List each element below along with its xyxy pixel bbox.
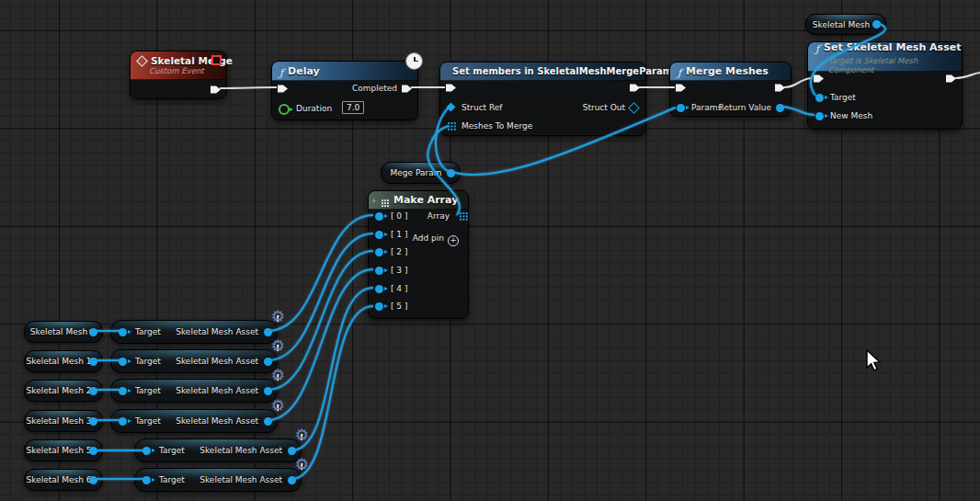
target-label: Target <box>135 357 161 366</box>
node-set-members[interactable]: Set members in SkeletalMeshMergeParams S… <box>439 62 646 136</box>
node-title: Make Array <box>393 194 458 206</box>
add-pin-label: Add pin <box>413 233 444 243</box>
array-input-2-pin[interactable] <box>375 248 383 256</box>
target-label: Target <box>135 327 161 336</box>
add-pin-row[interactable]: Add pin+ <box>413 233 459 246</box>
delegate-pin[interactable] <box>211 55 222 65</box>
target-pin[interactable] <box>815 94 824 102</box>
custom-event-icon <box>136 55 148 67</box>
exec-in-pin[interactable] <box>676 83 686 93</box>
exec-completed-pin[interactable] <box>402 84 412 94</box>
getter-skeletal-mesh-asset-1[interactable]: ! Target Skeletal Mesh Asset <box>110 349 278 373</box>
var-label: Skeletal Mesh <box>30 327 87 336</box>
node-subtitle: Target is Skeletal Mesh Component <box>828 56 954 74</box>
var-label: Skeletal Mesh 3 <box>27 416 92 426</box>
array-input-5-pin[interactable] <box>375 302 383 311</box>
target-label: Target <box>135 416 161 426</box>
make-array-grid-icon <box>382 199 383 201</box>
meshes-to-merge-pin[interactable] <box>448 122 450 124</box>
gear-alert-icon: ! <box>295 427 309 443</box>
output-pin[interactable] <box>264 358 272 366</box>
getter-skeletal-mesh-asset-3[interactable]: ! Target Skeletal Mesh Asset <box>110 409 278 433</box>
duration-pin[interactable] <box>279 104 290 115</box>
gear-alert-icon: ! <box>271 398 285 414</box>
array-input-4-label: [ 4 ] <box>391 284 407 293</box>
node-skeletal-merge-event[interactable]: Skeletal Merge Custom Event <box>130 51 227 99</box>
array-input-1-label: [ 1 ] <box>391 230 407 239</box>
getter-skeletal-mesh-asset-4[interactable]: ! Target Skeletal Mesh Asset <box>134 438 302 462</box>
gear-alert-icon: ! <box>271 338 285 354</box>
new-mesh-pin[interactable] <box>815 112 824 120</box>
node-make-array[interactable]: › Make Array [ 0 ] [ 1 ] [ 2 ] [ 3 ] [ 4… <box>368 190 469 319</box>
array-input-5-label: [ 5 ] <box>391 302 407 311</box>
duration-pin-label: Duration <box>296 104 332 113</box>
struct-out-label: Struct Out <box>583 103 625 112</box>
node-title: Delay <box>288 65 320 77</box>
array-input-4-pin[interactable] <box>375 285 383 293</box>
node-subtitle: Custom Event <box>149 66 204 75</box>
struct-ref-label: Struct Ref <box>462 103 503 112</box>
params-label: Params <box>691 103 722 112</box>
exec-in-pin[interactable] <box>446 83 456 93</box>
output-label: Skeletal Mesh Asset <box>176 327 258 336</box>
return-value-label: Return Value <box>719 103 771 112</box>
make-array-chevron-icon: › <box>372 196 376 205</box>
add-pin-icon[interactable]: + <box>448 235 459 246</box>
getter-skeletal-mesh-asset-2[interactable]: ! Target Skeletal Mesh Asset <box>110 379 278 403</box>
target-label: Target <box>159 475 185 484</box>
getter-skeletal-mesh-asset-0[interactable]: ! Target Skeletal Mesh Asset <box>110 320 278 344</box>
exec-out-pin[interactable] <box>946 74 956 84</box>
node-header: Skeletal Merge Custom Event <box>131 51 226 80</box>
exec-in-pin[interactable] <box>278 84 288 94</box>
output-pin[interactable] <box>288 476 296 484</box>
return-value-pin[interactable] <box>776 104 784 112</box>
struct-out-pin[interactable] <box>628 102 640 114</box>
gear-alert-icon: ! <box>271 309 285 325</box>
wire-exec-event-to-delay[interactable] <box>220 87 277 88</box>
array-output-label: Array <box>427 211 450 221</box>
blueprint-graph-canvas[interactable]: Skeletal Merge Custom Event Delay Comple… <box>0 0 980 501</box>
array-input-3-pin[interactable] <box>375 267 383 275</box>
node-delay[interactable]: Delay Completed Duration 7.0 <box>271 61 418 120</box>
target-label: Target <box>159 446 185 455</box>
getter-skeletal-mesh-asset-5[interactable]: ! Target Skeletal Mesh Asset <box>134 468 302 492</box>
var-label: Skeletal Mesh 5 <box>27 446 92 455</box>
completed-pin-label: Completed <box>352 84 397 93</box>
var-node-mege-param[interactable]: Mege Param <box>381 162 461 184</box>
node-title: Merge Meshes <box>686 65 769 77</box>
output-pin[interactable] <box>264 417 272 426</box>
var-label: Skeletal Mesh 2 <box>27 386 92 395</box>
function-icon <box>815 39 819 56</box>
new-mesh-label: New Mesh <box>830 111 872 120</box>
output-pin[interactable] <box>264 387 272 395</box>
duration-value-input[interactable]: 7.0 <box>342 101 364 114</box>
gear-alert-icon: ! <box>271 368 285 383</box>
var-label: Skeletal Mesh <box>813 20 870 29</box>
array-input-1-pin[interactable] <box>375 231 383 239</box>
target-label: Target <box>830 93 856 102</box>
var-label: Skeletal Mesh 6 <box>27 475 92 484</box>
mouse-cursor <box>865 349 883 373</box>
meshes-to-merge-label: Meshes To Merge <box>462 121 532 131</box>
output-label: Skeletal Mesh Asset <box>176 416 258 426</box>
output-label: Skeletal Mesh Asset <box>199 446 282 455</box>
array-input-0-pin[interactable] <box>375 212 383 221</box>
exec-out-pin[interactable] <box>630 83 640 93</box>
array-input-0-label: [ 0 ] <box>391 211 407 221</box>
params-pin[interactable] <box>677 104 685 112</box>
array-output-pin[interactable] <box>460 212 462 214</box>
exec-out-pin[interactable] <box>775 83 785 93</box>
output-pin[interactable] <box>264 328 272 336</box>
node-title: Set members in SkeletalMeshMergeParams <box>452 66 678 76</box>
function-icon <box>279 63 283 80</box>
exec-out-pin[interactable] <box>211 85 221 95</box>
node-merge-meshes[interactable]: Merge Meshes Params Return Value <box>669 62 792 117</box>
target-label: Target <box>135 386 161 395</box>
var-node-skeletal-mesh-top[interactable]: Skeletal Mesh <box>805 14 886 35</box>
array-input-3-label: [ 3 ] <box>391 266 407 275</box>
latent-clock-icon <box>405 52 423 70</box>
node-set-skeletal-mesh-asset[interactable]: Set Skeletal Mesh Asset Target is Skelet… <box>807 41 963 130</box>
output-label: Skeletal Mesh Asset <box>176 357 258 366</box>
node-header: Delay <box>272 62 417 81</box>
exec-in-pin[interactable] <box>814 74 824 84</box>
